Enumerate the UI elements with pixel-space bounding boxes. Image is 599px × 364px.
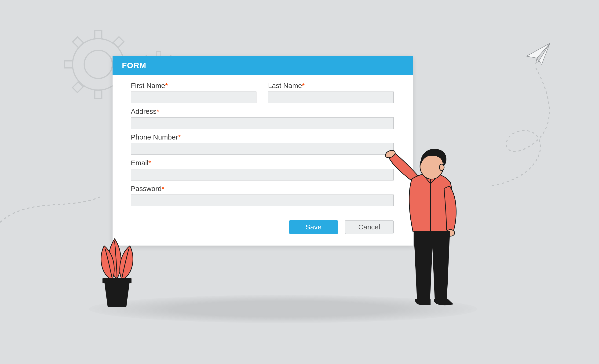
phone-label-text: Phone Number	[131, 133, 178, 141]
svg-rect-6	[72, 37, 83, 47]
form-actions: Save Cancel	[131, 220, 394, 234]
form-card: FORM First Name* Last Name* Address*	[113, 56, 413, 246]
required-marker: *	[302, 82, 305, 89]
paper-plane-icon	[524, 40, 552, 68]
svg-point-24	[440, 164, 444, 171]
required-marker: *	[148, 159, 151, 167]
first-name-label: First Name*	[131, 82, 256, 90]
email-label-text: Email	[131, 159, 148, 167]
address-label: Address*	[131, 107, 394, 115]
last-name-input[interactable]	[268, 91, 394, 103]
svg-rect-3	[95, 90, 102, 98]
svg-rect-8	[72, 82, 83, 92]
address-input[interactable]	[131, 117, 394, 129]
first-name-label-text: First Name	[131, 82, 165, 89]
svg-point-22	[446, 230, 455, 236]
svg-rect-7	[113, 37, 124, 47]
address-label-text: Address	[131, 107, 157, 115]
password-input[interactable]	[131, 195, 394, 206]
cancel-button[interactable]: Cancel	[345, 220, 394, 234]
required-marker: *	[157, 107, 159, 115]
password-label-text: Password	[131, 185, 162, 192]
phone-label: Phone Number*	[131, 133, 394, 141]
svg-rect-4	[64, 61, 72, 68]
svg-rect-20	[103, 278, 132, 283]
first-name-input[interactable]	[131, 91, 256, 103]
last-name-label: Last Name*	[268, 82, 394, 90]
password-label: Password*	[131, 185, 394, 193]
required-marker: *	[162, 185, 165, 192]
form-body: First Name* Last Name* Address*	[113, 75, 413, 246]
svg-rect-2	[95, 30, 102, 39]
svg-point-23	[420, 153, 443, 179]
email-input[interactable]	[131, 169, 394, 180]
last-name-label-text: Last Name	[268, 82, 302, 89]
required-marker: *	[165, 82, 168, 89]
dashed-path-decoration	[489, 66, 564, 187]
phone-input[interactable]	[131, 143, 394, 155]
dashed-line-decoration	[0, 194, 101, 246]
save-button[interactable]: Save	[289, 220, 338, 234]
svg-point-0	[84, 50, 112, 79]
ground-shadow	[89, 295, 477, 323]
email-label: Email*	[131, 159, 394, 167]
form-title: FORM	[113, 56, 413, 75]
required-marker: *	[178, 133, 181, 141]
